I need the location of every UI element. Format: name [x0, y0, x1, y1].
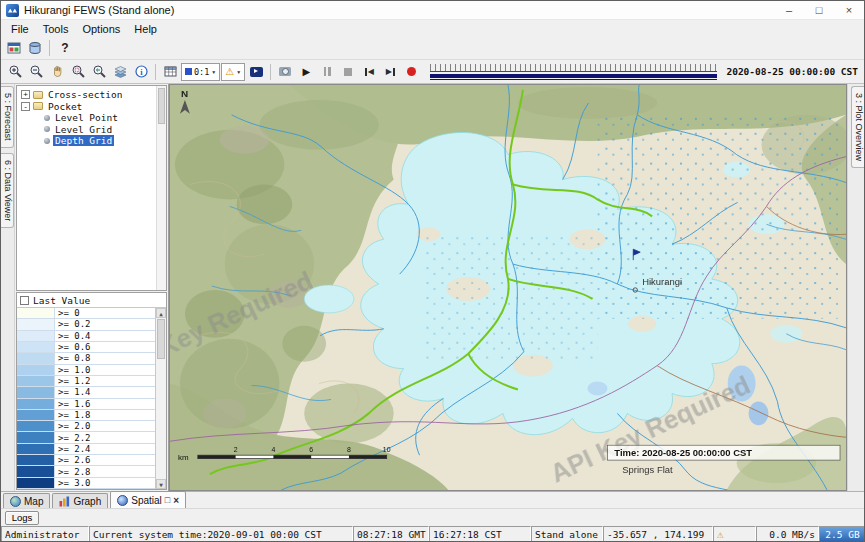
grid-display-button[interactable]	[160, 62, 180, 82]
legend-row: >= 0.4	[17, 331, 155, 342]
scroll-down-icon[interactable]: ▼	[156, 479, 166, 489]
play-button[interactable]: ▶	[296, 62, 316, 82]
svg-text:8: 8	[347, 446, 351, 453]
explorer-icon	[7, 41, 21, 55]
bullet-icon	[44, 138, 50, 144]
info-button[interactable]: i	[131, 62, 151, 82]
app-window: Hikurangi FEWS (Stand alone) – □ × File …	[0, 0, 865, 542]
tab-graph[interactable]: Graph	[52, 493, 108, 508]
threshold-combo[interactable]: ⚠ ▼	[221, 63, 245, 81]
menu-options[interactable]: Options	[75, 21, 127, 37]
legend-swatch	[17, 342, 55, 352]
scrollbar-thumb[interactable]	[158, 88, 165, 124]
animation-display-button[interactable]	[246, 62, 266, 82]
menu-tools[interactable]: Tools	[36, 21, 76, 37]
legend-row: >= 2.2	[17, 432, 155, 443]
expand-icon[interactable]: +	[21, 90, 30, 99]
record-button[interactable]	[401, 62, 421, 82]
legend-swatch	[17, 353, 55, 363]
window-title: Hikurangi FEWS (Stand alone)	[24, 4, 174, 16]
warning-icon: ⚠	[225, 66, 234, 77]
tree-item-depth-grid[interactable]: Depth Grid	[17, 135, 166, 147]
tab-close-icon[interactable]: ×	[173, 495, 179, 506]
collapse-icon[interactable]: -	[21, 102, 30, 111]
status-gmt-time: 08:27:18 GMT	[353, 526, 429, 542]
map-viewport[interactable]: API Key Required API Key Required Hikura…	[169, 84, 847, 491]
explorer-button[interactable]	[4, 38, 24, 58]
step-back-button[interactable]: ◀	[359, 62, 379, 82]
logs-button[interactable]: Logs	[5, 511, 39, 525]
help-button[interactable]: ?	[54, 38, 76, 58]
zoom-out-button[interactable]	[26, 62, 46, 82]
layer-tree: + Cross-section - Pocket Level Point Lev…	[16, 85, 167, 291]
stop-button[interactable]	[338, 62, 358, 82]
scroll-up-icon[interactable]: ▲	[156, 308, 166, 318]
legend-swatch	[17, 444, 55, 454]
database-button[interactable]	[25, 38, 45, 58]
bullet-icon	[44, 115, 50, 121]
zoom-previous-button[interactable]	[89, 62, 109, 82]
town-label: Hikurangi	[642, 276, 682, 287]
timeline-baseline	[430, 79, 717, 80]
grid-layer-value: 0:1	[194, 67, 209, 77]
last-value-label: Last Value	[33, 295, 90, 306]
folder-icon	[33, 91, 43, 99]
menu-file[interactable]: File	[4, 21, 36, 37]
legend-row: >= 1.8	[17, 410, 155, 421]
tree-item-level-point[interactable]: Level Point	[17, 112, 166, 124]
side-tab-forecast[interactable]: 5 : Forecast	[1, 86, 14, 148]
tab-spatial[interactable]: Spatial □ ×	[110, 491, 186, 508]
step-forward-button[interactable]: ▶	[380, 62, 400, 82]
status-system-time: Current system time:2020-09-01 00:00 CST	[89, 526, 353, 542]
detach-icon[interactable]: □	[165, 495, 170, 505]
tree-item-level-grid[interactable]: Level Grid	[17, 124, 166, 136]
layers-icon	[113, 64, 128, 79]
grid-icon	[163, 64, 178, 79]
legend-scrollbar[interactable]: ▲ ▼	[155, 308, 166, 489]
scrollbar-thumb[interactable]	[157, 319, 165, 359]
status-coordinates: -35.657 , 174.199	[603, 526, 713, 542]
spatial-icon	[117, 495, 128, 506]
legend-swatch	[17, 466, 55, 476]
legend-row: >= 0	[17, 308, 155, 319]
grid-layer-combo[interactable]: 0:1 ▼	[181, 63, 220, 81]
zoom-region-button[interactable]	[68, 62, 88, 82]
legend-swatch	[17, 308, 55, 318]
legend-swatch	[17, 410, 55, 420]
timeline-ruler[interactable]	[430, 64, 717, 72]
legend-row: >= 2.6	[17, 455, 155, 466]
layers-button[interactable]	[110, 62, 130, 82]
snapshot-button[interactable]	[275, 62, 295, 82]
tree-scrollbar[interactable]	[156, 86, 166, 290]
side-tab-data-viewer[interactable]: 6 : Data Viewer	[1, 153, 14, 228]
legend-swatch	[17, 399, 55, 409]
tree-item-cross-section[interactable]: + Cross-section	[17, 89, 166, 101]
main-toolbar: ?	[1, 37, 864, 59]
zoom-in-button[interactable]	[5, 62, 25, 82]
pan-button[interactable]	[47, 62, 67, 82]
map-time-label: Time: 2020-08-25 00:00:00 CST	[607, 445, 840, 460]
timeline-slider[interactable]	[430, 64, 717, 81]
tab-map[interactable]: Map	[3, 493, 50, 508]
close-button[interactable]: ×	[834, 1, 864, 19]
pause-button[interactable]	[317, 62, 337, 82]
svg-text:N: N	[181, 88, 188, 99]
legend-row: >= 1.0	[17, 365, 155, 376]
legend-swatch	[17, 319, 55, 329]
titlebar[interactable]: Hikurangi FEWS (Stand alone) – □ ×	[1, 1, 864, 20]
last-value-checkbox[interactable]	[20, 296, 29, 305]
stop-icon	[344, 68, 352, 76]
status-warning-cell: ⚠	[713, 526, 756, 542]
minimize-button[interactable]: –	[774, 1, 804, 19]
legend-rows: >= 0 >= 0.2 >= 0.4 >= 0.6 >= 0.8 >= 1.0 …	[17, 308, 155, 489]
folder-icon	[33, 102, 43, 110]
status-local-time: 16:27:18 CST	[429, 526, 531, 542]
svg-text:6: 6	[309, 446, 313, 453]
menu-help[interactable]: Help	[127, 21, 164, 37]
globe-icon	[10, 496, 21, 507]
maximize-button[interactable]: □	[804, 1, 834, 19]
tree-item-pocket[interactable]: - Pocket	[17, 101, 166, 113]
side-tab-plot-overview[interactable]: 3 : Plot Overview	[851, 86, 864, 168]
toolbar-separator	[155, 64, 156, 80]
status-network: 0.0 MB/s	[756, 526, 819, 542]
